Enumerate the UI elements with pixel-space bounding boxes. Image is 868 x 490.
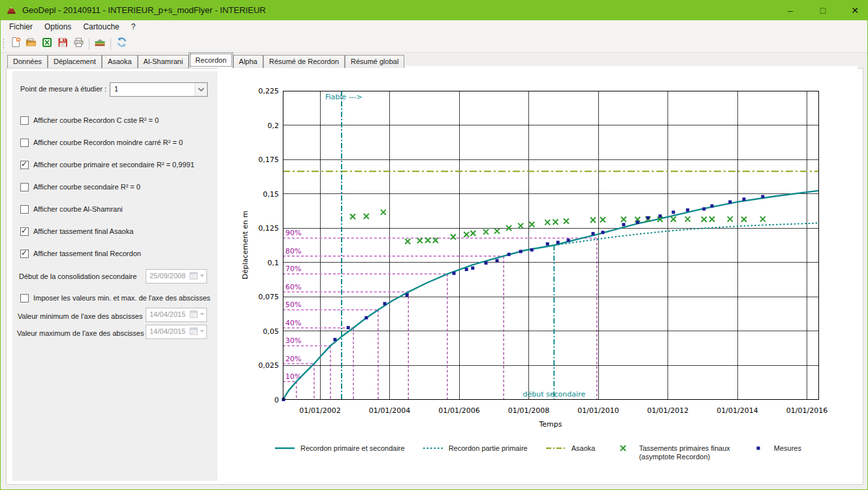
date-picker-max: 14/04/2015	[146, 325, 207, 339]
percent-label: 20%	[285, 355, 301, 363]
embankment-profile-button[interactable]	[92, 37, 108, 51]
tab-asaoka[interactable]: Asaoka	[102, 55, 138, 68]
secondary-consolidation-label: Début de la consolidation secondaire	[19, 272, 137, 280]
svg-text:01/01/2006: 01/01/2006	[438, 406, 479, 415]
checkbox[interactable]	[20, 294, 29, 302]
checkbox-row-imposer-valeurs-axe[interactable]: Imposer les valeurs min. et max. de l'ax…	[20, 293, 210, 303]
point-select-value: 1	[114, 85, 118, 93]
checkbox-row-afficher-courbe-recordon-c-c[interactable]: Afficher courbe Recordon C cste R² = 0	[20, 115, 159, 125]
legend-item-recordon-partie-primaire: Recordon partie primaire	[422, 444, 528, 455]
toolbar-separator	[89, 38, 89, 50]
checkbox-label[interactable]: Afficher courbe Recordon moindre carré R…	[33, 139, 183, 146]
line-dashdot-icon	[545, 444, 567, 455]
calendar-icon	[189, 271, 198, 280]
close-button[interactable]: ✕	[843, 1, 867, 20]
refresh-button[interactable]	[114, 37, 129, 51]
legend-label-line: Recordon partie primaire	[449, 444, 528, 453]
checkbox-label[interactable]: Afficher courbe Al-Shamrani	[33, 205, 123, 213]
svg-text:0,175: 0,175	[259, 155, 280, 164]
menu-item-options[interactable]: Options	[39, 20, 77, 33]
legend-label: Asaoka	[571, 444, 596, 453]
svg-text:01/01/2012: 01/01/2012	[647, 406, 688, 415]
percent-label: 80%	[285, 247, 301, 255]
print-icon	[73, 37, 84, 50]
legend-label-line: (asymptote Recordon)	[639, 453, 730, 461]
checkbox-row-afficher-courbe-secondaire-r[interactable]: Afficher courbe secondaire R² = 0	[20, 182, 140, 192]
percent-label: 90%	[285, 229, 301, 237]
date-picker-secondary: 25/09/2008	[146, 269, 207, 284]
tab-al-shamrani[interactable]: Al-Shamrani	[138, 55, 189, 68]
percent-label: 40%	[285, 319, 301, 327]
minimize-button[interactable]: –	[778, 1, 803, 20]
tab-alpha[interactable]: Alpha	[233, 55, 263, 68]
excel-export-icon	[42, 37, 52, 50]
legend-label-line: Asaoka	[571, 444, 596, 453]
checkbox-label[interactable]: Afficher courbe secondaire R² = 0	[33, 183, 140, 191]
tab-recordon[interactable]: Recordon	[189, 52, 233, 68]
svg-text:01/01/2014: 01/01/2014	[716, 406, 758, 415]
toolbar	[1, 35, 867, 53]
checkbox-row-afficher-tassement-final-rec[interactable]: Afficher tassement final Recordon	[20, 248, 141, 259]
toolbar-separator	[110, 38, 111, 50]
legend-item-recordon-primaire-et-secondaire: Recordon primaire et secondaire	[274, 444, 405, 455]
open-folder-icon	[25, 37, 37, 50]
tab-d-placement[interactable]: Déplacement	[48, 55, 102, 68]
checkbox-label[interactable]: Afficher courbe primaire et secondaire R…	[33, 161, 195, 169]
checkbox[interactable]	[20, 116, 29, 125]
new-file-button[interactable]	[8, 37, 24, 51]
tab-donn-es[interactable]: Données	[7, 55, 48, 68]
save-button[interactable]	[55, 37, 71, 51]
save-icon	[57, 37, 68, 50]
axis-max-label: Valeur maximum de l'axe des abscisses	[17, 329, 144, 337]
fiable-label: Fiable --->	[325, 93, 362, 101]
tab-r-sum-global[interactable]: Résumé global	[345, 55, 404, 68]
checkbox-row-afficher-courbe-recordon-moi[interactable]: Afficher courbe Recordon moindre carré R…	[20, 137, 183, 148]
legend-label: Recordon partie primaire	[449, 444, 528, 453]
checkbox[interactable]	[20, 183, 29, 191]
checkbox-label[interactable]: Afficher tassement final Recordon	[33, 250, 141, 257]
checkbox[interactable]	[20, 250, 29, 258]
chart-legend: Recordon primaire et secondaireRecordon …	[217, 444, 858, 461]
checkbox-row-afficher-courbe-al-shamrani[interactable]: Afficher courbe Al-Shamrani	[20, 204, 123, 214]
print-button[interactable]	[71, 37, 86, 51]
checkbox[interactable]	[20, 139, 29, 147]
excel-export-button[interactable]	[39, 37, 55, 51]
percent-label: 30%	[285, 336, 301, 345]
checkbox-label[interactable]: Imposer les valeurs min. et max. de l'ax…	[33, 294, 210, 302]
menu-item-cartouche[interactable]: Cartouche	[77, 20, 125, 33]
menu-item-fichier[interactable]: Fichier	[3, 20, 39, 33]
tab-label: Résumé de Recordon	[269, 57, 339, 65]
point-select-label: Point de mesure à étudier :	[20, 85, 106, 93]
x-marker-icon	[612, 444, 634, 455]
percent-label: 50%	[285, 301, 301, 309]
checkbox[interactable]	[20, 227, 29, 236]
checkbox-row-afficher-courbe-primaire-et[interactable]: Afficher courbe primaire et secondaire R…	[20, 159, 195, 170]
open-folder-button[interactable]	[24, 37, 39, 51]
checkbox-label[interactable]: Afficher courbe Recordon C cste R² = 0	[33, 116, 159, 124]
refresh-icon	[116, 37, 127, 50]
window-title: GeoDepl - 20140911 - INTERIEUR_p+s_modFl…	[22, 1, 266, 20]
legend-label: Tassements primaires finaux(asymptote Re…	[639, 444, 730, 461]
checkbox[interactable]	[20, 205, 29, 214]
tab-r-sum-de-recordon[interactable]: Résumé de Recordon	[263, 55, 345, 68]
svg-text:0,2: 0,2	[268, 122, 280, 130]
chevron-down-icon	[199, 274, 205, 278]
date-value: 14/04/2015	[150, 327, 185, 335]
svg-text:0,225: 0,225	[259, 87, 280, 95]
tab-label: Asaoka	[108, 57, 132, 65]
tab-strip: DonnéesDéplacementAsaokaAl-ShamraniRecor…	[7, 54, 404, 68]
checkbox-label[interactable]: Afficher tassement final Asaoka	[33, 227, 133, 235]
checkbox[interactable]	[20, 161, 29, 169]
legend-label: Recordon primaire et secondaire	[300, 444, 405, 453]
new-file-icon	[10, 37, 22, 50]
date-picker-min: 14/04/2015	[146, 308, 207, 322]
menu-item-[interactable]: ?	[125, 20, 142, 33]
point-select[interactable]: 1	[110, 82, 208, 97]
toolbar-grip[interactable]	[3, 38, 5, 50]
maximize-button[interactable]: □	[811, 1, 835, 20]
checkbox-row-afficher-tassement-final-asa[interactable]: Afficher tassement final Asaoka	[20, 226, 133, 237]
tab-label: Recordon	[195, 56, 227, 64]
calendar-icon	[189, 310, 198, 318]
x-axis-title: Temps	[538, 420, 562, 429]
chevron-down-icon[interactable]	[195, 83, 207, 96]
